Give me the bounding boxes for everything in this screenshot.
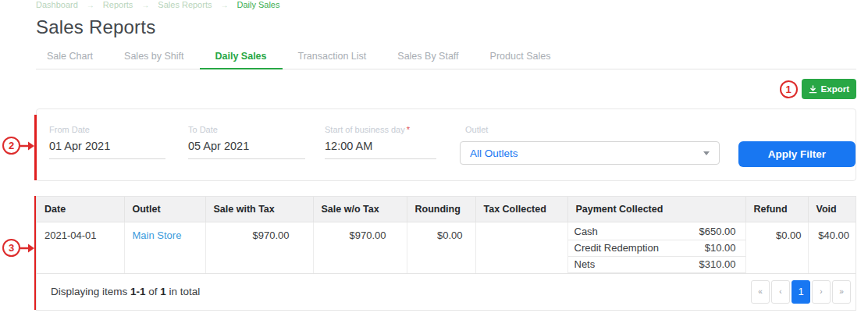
col-header-date: Date bbox=[37, 197, 124, 222]
items-range: 1-1 bbox=[130, 286, 146, 297]
chevron-down-icon bbox=[703, 151, 710, 155]
payment-amount: $310.00 bbox=[699, 258, 736, 270]
from-date-label: From Date bbox=[49, 125, 165, 134]
col-header-void: Void bbox=[808, 197, 856, 222]
outlet-label: Outlet bbox=[465, 125, 488, 134]
items-total: 1 bbox=[160, 286, 166, 297]
col-header-tax-collected: Tax Collected bbox=[475, 197, 567, 222]
payment-method: Cash bbox=[575, 226, 598, 237]
col-header-sale-wo-tax: Sale w/o Tax bbox=[313, 197, 407, 222]
to-date-label: To Date bbox=[188, 125, 305, 134]
payment-row: Nets $310.00 bbox=[568, 257, 745, 273]
page-title: Sales Reports bbox=[36, 16, 155, 38]
col-header-payment-collected: Payment Collected bbox=[567, 197, 745, 222]
pagination-prev-button[interactable]: ‹ bbox=[771, 280, 790, 304]
tab-sales-by-staff[interactable]: Sales By Staff bbox=[382, 46, 474, 69]
pagination-last-button[interactable]: » bbox=[832, 280, 851, 304]
col-header-outlet: Outlet bbox=[124, 197, 205, 222]
col-header-refund: Refund bbox=[745, 197, 808, 222]
payment-row: Cash $650.00 bbox=[568, 224, 745, 240]
payment-method: Nets bbox=[575, 258, 596, 270]
pagination: « ‹ 1 › » bbox=[751, 280, 851, 304]
payment-amount: $10.00 bbox=[705, 242, 736, 254]
report-tabs: Sale Chart Sales by Shift Daily Sales Tr… bbox=[36, 46, 856, 69]
col-header-sale-with-tax: Sale with Tax bbox=[205, 197, 313, 222]
breadcrumb-separator-icon: → bbox=[141, 1, 149, 9]
outlet-link[interactable]: Main Store bbox=[133, 229, 182, 241]
payment-row: Credit Redemption $10.00 bbox=[568, 240, 745, 257]
annotation-marker-1: 1 bbox=[780, 80, 798, 98]
download-icon bbox=[809, 85, 817, 94]
breadcrumb-item-dashboard[interactable]: Dashboard bbox=[36, 0, 78, 9]
tab-sale-chart[interactable]: Sale Chart bbox=[36, 46, 108, 69]
pagination-first-button[interactable]: « bbox=[751, 280, 770, 304]
breadcrumb-item-sales-reports[interactable]: Sales Reports bbox=[158, 0, 212, 9]
start-of-business-day-field[interactable]: Start of business day* 12:00 AM bbox=[325, 125, 436, 159]
annotation-3: 3 bbox=[2, 239, 34, 257]
breadcrumb-item-reports[interactable]: Reports bbox=[103, 0, 133, 9]
tab-transaction-list[interactable]: Transaction List bbox=[283, 46, 382, 69]
cell-date: 2021-04-01 bbox=[37, 222, 124, 273]
annotation-highlight-line-filter bbox=[34, 115, 37, 180]
export-button[interactable]: Export bbox=[802, 79, 856, 99]
payment-amount: $650.00 bbox=[699, 226, 736, 237]
required-asterisk: * bbox=[407, 125, 410, 134]
tab-product-sales[interactable]: Product Sales bbox=[475, 46, 567, 69]
to-date-field[interactable]: To Date 05 Apr 2021 bbox=[188, 125, 305, 159]
cell-sale-with-tax: $970.00 bbox=[205, 222, 313, 273]
cell-payment-collected: Cash $650.00 Credit Redemption $10.00 Ne… bbox=[567, 222, 745, 273]
payment-method: Credit Redemption bbox=[575, 242, 659, 254]
daily-sales-table: Date Outlet Sale with Tax Sale w/o Tax R… bbox=[37, 197, 856, 274]
cell-rounding: $0.00 bbox=[407, 222, 475, 273]
cell-sale-wo-tax: $970.00 bbox=[313, 222, 407, 273]
col-header-rounding: Rounding bbox=[407, 197, 475, 222]
cell-tax-collected bbox=[475, 222, 567, 273]
breadcrumb: Dashboard → Reports → Sales Reports → Da… bbox=[36, 0, 279, 9]
breadcrumb-separator-icon: → bbox=[220, 1, 228, 9]
tab-daily-sales[interactable]: Daily Sales bbox=[200, 46, 283, 69]
breadcrumb-item-daily-sales: Daily Sales bbox=[237, 0, 279, 9]
from-date-field[interactable]: From Date 01 Apr 2021 bbox=[49, 125, 165, 159]
from-date-input[interactable]: 01 Apr 2021 bbox=[49, 140, 165, 159]
breadcrumb-separator-icon: → bbox=[87, 1, 94, 9]
annotation-arrow-icon bbox=[20, 243, 34, 254]
to-date-input[interactable]: 05 Apr 2021 bbox=[188, 140, 305, 159]
start-of-business-day-input[interactable]: 12:00 AM bbox=[325, 140, 436, 159]
annotation-marker-2: 2 bbox=[2, 137, 20, 155]
cell-refund: $0.00 bbox=[745, 222, 808, 273]
cell-void: $40.00 bbox=[808, 222, 856, 273]
export-button-label: Export bbox=[821, 84, 849, 94]
pagination-next-button[interactable]: › bbox=[812, 280, 831, 304]
table-header-row: Date Outlet Sale with Tax Sale w/o Tax R… bbox=[37, 197, 856, 222]
start-of-business-day-label: Start of business day* bbox=[325, 125, 436, 134]
tab-sales-by-shift[interactable]: Sales by Shift bbox=[108, 46, 199, 69]
annotation-marker-3: 3 bbox=[2, 239, 20, 257]
apply-filter-button[interactable]: Apply Filter bbox=[738, 141, 856, 167]
table-row: 2021-04-01 Main Store $970.00 $970.00 $0… bbox=[37, 222, 856, 273]
annotation-arrow-icon bbox=[20, 140, 34, 151]
outlet-selected-value: All Outlets bbox=[470, 148, 518, 159]
outlet-select[interactable]: All Outlets bbox=[460, 141, 720, 165]
annotation-2: 2 bbox=[2, 137, 34, 155]
table-footer: Displaying items 1-1 of 1 in total « ‹ 1… bbox=[37, 274, 856, 310]
filter-panel: From Date 01 Apr 2021 To Date 05 Apr 202… bbox=[36, 108, 856, 181]
daily-sales-table-panel: Date Outlet Sale with Tax Sale w/o Tax R… bbox=[36, 196, 856, 311]
pagination-page-1-button[interactable]: 1 bbox=[792, 280, 810, 304]
toolbar: 1 Export bbox=[780, 79, 856, 99]
items-summary: Displaying items 1-1 of 1 in total bbox=[51, 286, 200, 297]
cell-outlet: Main Store bbox=[124, 222, 205, 273]
